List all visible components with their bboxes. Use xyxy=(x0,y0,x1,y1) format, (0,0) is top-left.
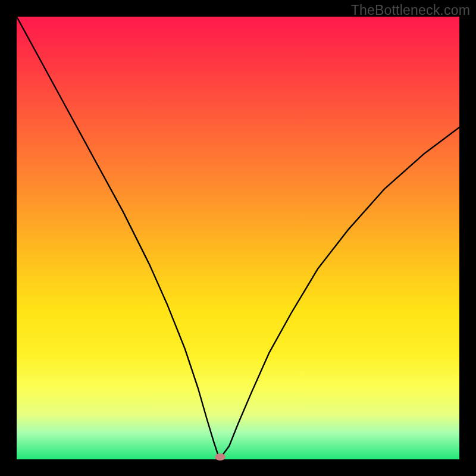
minimum-marker xyxy=(215,453,226,461)
bottleneck-curve xyxy=(17,17,459,459)
chart-frame: TheBottleneck.com xyxy=(0,0,476,476)
watermark-text: TheBottleneck.com xyxy=(351,2,470,18)
plot-area xyxy=(17,17,459,459)
